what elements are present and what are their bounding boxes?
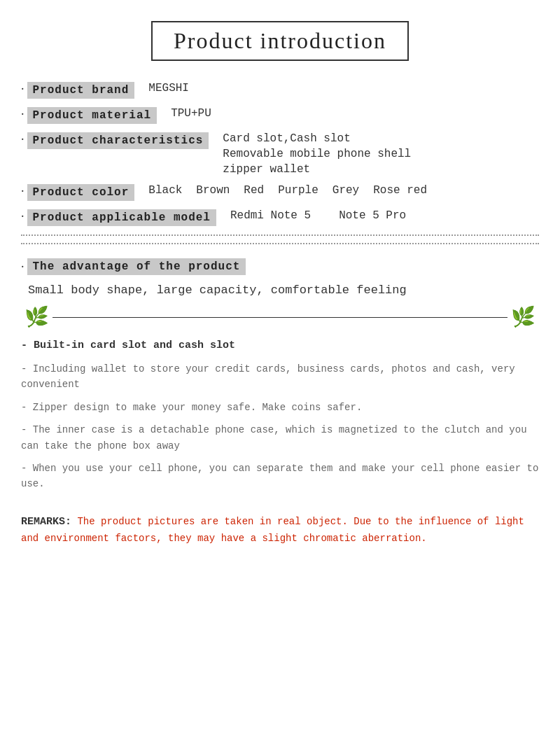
characteristic-1: Card slot,Cash slot [223,132,411,145]
specs-section: · Product brand MEGSHI · Product materia… [21,82,539,244]
color-grey: Grey [332,184,359,197]
advantage-section: · The advantage of the product Small bod… [21,258,539,492]
bullet-item-2: - Including wallet to store your credit … [21,361,539,393]
spec-value-characteristics: Card slot,Cash slot Removable mobile pho… [223,132,411,176]
bullet: · [21,184,24,199]
ornament-right: 🌿 [511,307,536,327]
bullet-points: - Built-in card slot and cash slot - Inc… [21,337,539,492]
bullet: · [21,209,24,224]
bullet: · [21,82,24,97]
color-black: Black [148,184,182,197]
remarks-section: REMARKS: The product pictures are taken … [21,513,539,547]
ornament-left: 🌿 [24,307,49,327]
spec-row-color: · Product color Black Brown Red Purple G… [21,184,539,201]
bullet-item-4: - The inner case is a detachable phone c… [21,422,539,454]
spec-label-material: Product material [27,107,158,124]
bullet-item-1: - Built-in card slot and cash slot [21,337,539,354]
spec-row-material: · Product material TPU+PU [21,107,539,124]
spec-label-model: Product applicable model [27,209,216,226]
spec-value-material: TPU+PU [171,107,211,120]
tagline: Small body shape, large capacity, comfor… [21,284,539,297]
spec-value-model: Redmi Note 5 Note 5 Pro [230,209,406,222]
advantage-header: · The advantage of the product [21,258,539,275]
characteristic-2: Removable mobile phone shell [223,148,411,160]
remarks-label: REMARKS: [21,516,71,528]
spec-label-color: Product color [27,184,135,201]
spec-row-brand: · Product brand MEGSHI [21,82,539,99]
spec-value-brand: MEGSHI [148,82,189,94]
bullet-item-3: - Zipper design to make your money safe.… [21,400,539,415]
remarks-text: The product pictures are taken in real o… [21,516,524,545]
spec-label-brand: Product brand [27,82,135,99]
page-title: Product introduction [151,21,409,61]
color-purple: Purple [278,184,318,197]
bullet: · [21,107,24,122]
divider-1 [21,234,539,236]
ornament-line [52,317,507,318]
advantage-label: The advantage of the product [27,258,246,275]
spec-row-model: · Product applicable model Redmi Note 5 … [21,209,539,226]
color-rose-red: Rose red [373,184,427,197]
bullet: · [21,132,24,147]
model-1: Redmi Note 5 [230,209,311,222]
color-red: Red [244,184,264,197]
ornament-divider: 🌿 🌿 [21,307,539,327]
characteristic-3: zipper wallet [223,163,411,176]
divider-2 [21,243,539,244]
spec-value-color: Black Brown Red Purple Grey Rose red [148,184,427,197]
bullet: · [21,260,24,274]
spec-row-characteristics: · Product characteristics Card slot,Cash… [21,132,539,176]
bullet-item-5: - When you use your cell phone, you can … [21,461,539,492]
spec-label-characteristics: Product characteristics [27,132,209,149]
model-2: Note 5 Pro [339,209,406,222]
color-brown: Brown [196,184,230,197]
